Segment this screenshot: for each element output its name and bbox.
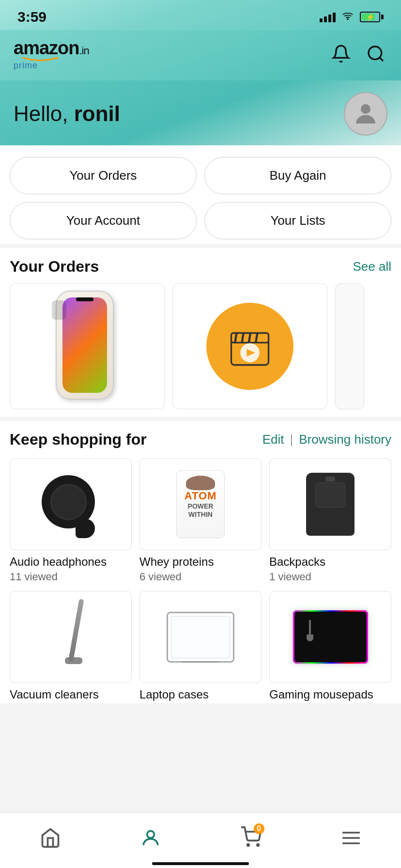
- quick-actions: Your Orders Buy Again Your Account Your …: [0, 145, 401, 244]
- product-image-backpack: [269, 458, 391, 550]
- signal-bars-icon: [320, 12, 336, 22]
- nav-cart[interactable]: 0: [231, 822, 271, 853]
- home-icon: [40, 827, 61, 849]
- search-button[interactable]: [364, 42, 387, 67]
- svg-point-13: [247, 844, 249, 846]
- logo-text: amazon.in: [14, 38, 89, 59]
- svg-point-0: [347, 19, 348, 20]
- orders-scroll: [10, 283, 391, 417]
- home-indicator: [152, 862, 249, 865]
- wifi-icon: [341, 11, 354, 23]
- svg-point-14: [257, 844, 259, 846]
- status-time: 3:59: [17, 9, 46, 25]
- orders-section: Your Orders See all: [0, 248, 401, 417]
- product-item-whey[interactable]: ATOM POWERWITHIN Whey proteins 6 viewed: [139, 458, 262, 583]
- link-divider: |: [290, 432, 293, 447]
- greeting-section: Hello, ronil: [0, 80, 401, 145]
- product-item-mousepad[interactable]: Gaming mousepads: [269, 591, 391, 703]
- see-all-orders-link[interactable]: See all: [353, 259, 392, 274]
- avatar[interactable]: [344, 92, 387, 136]
- your-lists-button[interactable]: Your Lists: [204, 202, 391, 239]
- product-viewed-whey: 6 viewed: [139, 571, 262, 583]
- product-viewed-backpack: 1 viewed: [269, 571, 391, 583]
- user-name: ronil: [74, 102, 120, 125]
- status-icons: ⚡: [320, 11, 384, 23]
- orders-section-header: Your Orders See all: [10, 258, 391, 276]
- product-item-laptopcase[interactable]: Laptop cases: [139, 591, 262, 703]
- product-name-mousepad: Gaming mousepads: [269, 688, 391, 701]
- battery-icon: ⚡: [360, 12, 384, 22]
- buy-again-button[interactable]: Buy Again: [204, 157, 391, 194]
- greeting-text: Hello, ronil: [14, 102, 120, 126]
- product-item-vacuum[interactable]: Vacuum cleaners: [10, 591, 132, 703]
- orders-title: Your Orders: [10, 258, 99, 276]
- prime-label: prime: [14, 61, 89, 71]
- keep-shopping-section: Keep shopping for Edit | Browsing histor…: [0, 421, 401, 703]
- order-card-partial[interactable]: [335, 283, 364, 409]
- product-name-laptopcase: Laptop cases: [139, 688, 262, 701]
- product-name-whey: Whey proteins: [139, 555, 262, 569]
- product-image-vacuum: [10, 591, 132, 683]
- svg-point-3: [361, 104, 370, 114]
- cart-count: 0: [254, 823, 264, 834]
- svg-point-2: [369, 46, 382, 60]
- product-grid: Audio headphones 11 viewed ATOM POWERWIT…: [10, 458, 391, 703]
- header: amazon.in prime: [0, 30, 401, 80]
- search-icon: [366, 44, 386, 63]
- notification-button[interactable]: [329, 42, 353, 67]
- edit-link[interactable]: Edit: [262, 432, 284, 447]
- keep-shopping-header: Keep shopping for Edit | Browsing histor…: [10, 431, 391, 449]
- product-name-headphones: Audio headphones: [10, 555, 132, 569]
- product-name-vacuum: Vacuum cleaners: [10, 688, 132, 701]
- account-icon: [140, 827, 161, 849]
- your-orders-button[interactable]: Your Orders: [10, 157, 197, 194]
- clapperboard-icon: [223, 320, 277, 373]
- status-bar: 3:59 ⚡: [0, 0, 401, 30]
- product-image-whey: ATOM POWERWITHIN: [139, 458, 262, 550]
- browsing-history-link[interactable]: Browsing history: [299, 432, 391, 447]
- avatar-icon: [351, 99, 380, 128]
- amazon-logo[interactable]: amazon.in prime: [14, 38, 89, 71]
- svg-point-12: [147, 831, 154, 838]
- keep-shopping-title: Keep shopping for: [10, 431, 147, 449]
- product-item-backpack[interactable]: Backpacks 1 viewed: [269, 458, 391, 583]
- order-card-video[interactable]: [172, 283, 327, 409]
- header-icons: [329, 42, 387, 67]
- product-image-laptopcase: [139, 591, 262, 683]
- bell-icon: [331, 44, 351, 63]
- nav-account[interactable]: [130, 823, 171, 852]
- keep-shopping-links: Edit | Browsing history: [262, 432, 391, 447]
- cart-badge: 0: [240, 826, 262, 850]
- nav-menu[interactable]: [331, 823, 371, 852]
- your-account-button[interactable]: Your Account: [10, 202, 197, 239]
- order-card-iphone[interactable]: [10, 283, 165, 409]
- nav-home[interactable]: [30, 823, 71, 852]
- product-image-headphones: [10, 458, 132, 550]
- product-item-headphones[interactable]: Audio headphones 11 viewed: [10, 458, 132, 583]
- product-image-mousepad: [269, 591, 391, 683]
- product-name-backpack: Backpacks: [269, 555, 391, 569]
- video-order-icon: [206, 303, 293, 390]
- bottom-nav: 0: [0, 812, 401, 868]
- product-viewed-headphones: 11 viewed: [10, 571, 132, 583]
- menu-icon: [340, 827, 362, 849]
